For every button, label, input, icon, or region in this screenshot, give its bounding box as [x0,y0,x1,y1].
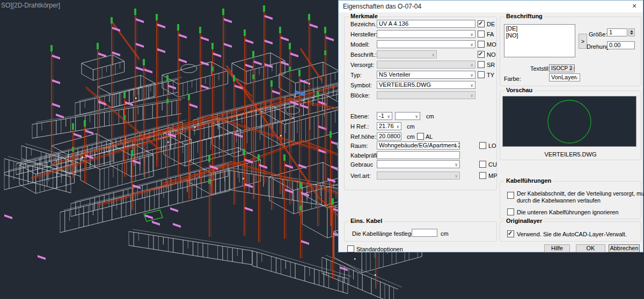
preview-drawing [503,96,636,146]
versorgt-label: Versorgt: [350,62,374,68]
farbe-combobox[interactable]: VonLayer [549,73,580,81]
gebrauc-combobox[interactable] [377,160,460,168]
properties-dialog: Eigenschaften das O-07-04 × Merkmale Bez… [338,0,643,252]
kabellaenge-input[interactable] [412,229,437,237]
listbox-item-de[interactable]: [DE] [506,25,573,32]
kabelabschnitt-checkbox-label-line1: Der Kabelabschnitt, der die Verteilung v… [517,190,639,197]
refhoehe-label: Ref.höhe: [350,133,376,140]
untere-kabelfuehrungen-checkbox[interactable] [507,208,514,215]
al-checkbox-label: AL [426,133,433,140]
ty-checkbox-label: TY [487,72,494,78]
cu-checkbox[interactable] [479,161,486,168]
modell-label: Modell: [350,41,369,48]
refhoehe-unit-label: cm [407,133,415,140]
beschriftung-listbox[interactable]: [DE] [NO] [504,24,575,57]
dialog-titlebar[interactable]: Eigenschaften das O-07-04 × [339,1,643,12]
standardoptionen-label: Standardoptionen [356,246,403,252]
beschrift-label: Beschrift.: [350,51,377,58]
href-combobox[interactable]: 21.76 [377,122,401,130]
verlart-label: Verl.art: [350,173,371,179]
raum-label: Raum: [350,143,368,149]
bloecke-label: Blöcke: [350,92,370,99]
spinner-up-icon[interactable] [630,30,633,32]
ebene-cm-combobox[interactable] [395,112,420,120]
versorgt-combobox[interactable] [377,61,475,69]
kabelabschnitt-checkbox[interactable] [507,192,514,199]
group-vorschau-title: Vorschau [504,87,534,93]
raum-combobox[interactable]: Wohngebäude/EG/Apartment 26/W [377,141,460,150]
transfer-arrow-button[interactable]: > [579,34,587,49]
abbrechen-button[interactable]: Abbrechen [609,244,640,252]
fa-checkbox-label: FA [487,31,494,38]
href-unit-label: cm [407,123,415,130]
href-label: H Ref.: [350,123,369,130]
de-checkbox-label: DE [487,21,495,27]
al-checkbox[interactable] [417,133,424,140]
symbol-combobox[interactable]: VERTEILER5.DWG [377,81,475,89]
farbe-label: Farbe: [504,76,521,82]
beschrift-combobox[interactable] [377,50,437,58]
no-checkbox[interactable] [478,51,485,58]
no-checkbox-label: NO [487,51,496,58]
untere-kabelfuehrungen-checkbox-label: Die unteren Kabelführungen ignorieren [517,209,619,215]
groesse-spinner[interactable] [628,28,635,36]
typ-label: Typ: [350,72,362,78]
bezeichn-label: Bezeichn.: [350,21,378,27]
symbol-label: Symbol: [350,82,372,88]
kabelabschnitt-checkbox-label-line2: durch die Kabelwannen verlaufen [517,197,639,204]
ebene-unit-label: cm [426,113,434,119]
de-checkbox[interactable] [478,20,485,27]
close-icon[interactable]: × [629,1,640,11]
mo-checkbox[interactable] [478,41,485,48]
fa-checkbox[interactable] [478,31,485,38]
mo-checkbox-label: MO [487,41,496,48]
lo-checkbox-label: LO [488,143,496,149]
cu-checkbox-label: CU [488,161,497,168]
cad-application-window: SO][2D-Drahtkörper] Eigenschaften das O-… [0,0,644,299]
gebrauc-label: Gebrauc [350,161,373,168]
preview-circle [548,100,591,143]
modell-combobox[interactable] [377,40,475,48]
bezeichn-input[interactable]: UV A 4.136 [377,20,475,28]
sr-checkbox[interactable] [478,61,485,68]
textstil-label: Textstil: [530,65,550,72]
mp-checkbox[interactable] [479,172,486,179]
symbol-preview-panel [502,96,636,147]
ok-button[interactable]: OK [576,244,605,252]
hilfe-button[interactable]: Hilfe [544,244,570,252]
group-eins-kabel-title: Eins. Kabel [349,218,384,224]
ebene-combobox[interactable]: -1 [377,112,392,120]
preview-caption: VERTEILER5.DWG [500,151,641,158]
listbox-item-no[interactable]: [NO] [506,32,573,39]
autocad-layer-checkbox-label: Verwend. Sie die AutoCAD-Layer-Verwalt. [517,231,627,237]
group-beschriftung-title: Beschriftung [504,13,544,19]
group-originallayer-title: Originallayer [504,218,544,224]
groesse-label: Größe: [589,31,607,38]
hersteller-combobox[interactable] [377,30,475,38]
group-merkmale-title: Merkmale [349,13,379,19]
ty-checkbox[interactable] [478,71,485,78]
viewport-viewcube-label[interactable]: SO][2D-Drahtkörper] [1,2,60,9]
bloecke-combobox[interactable] [377,91,475,99]
drehung-input[interactable]: 0.00 [607,41,635,49]
kabelpraefix-input[interactable] [377,151,460,159]
refhoehe-input[interactable]: 20.0800 [377,132,401,140]
typ-combobox[interactable]: NS Verteiler [377,71,475,79]
sr-checkbox-label: SR [487,62,495,68]
spinner-down-icon[interactable] [630,33,633,35]
verlart-combobox[interactable] [377,171,460,180]
lo-checkbox[interactable] [479,142,486,149]
autocad-layer-checkbox[interactable] [507,230,514,237]
dialog-title: Eigenschaften das O-07-04 [343,3,421,10]
standardoptionen-checkbox[interactable] [347,245,354,252]
group-kabelfuehrungen-title: Kabelführungen [504,177,553,184]
groesse-input[interactable]: 1 [607,28,627,36]
kabellaenge-label: Die Kabellänge festlegen: [352,230,419,237]
kabellaenge-unit-label: cm [441,230,449,237]
mp-checkbox-label: MP [488,173,497,179]
ebene-label: Ebene: [350,113,369,119]
textstil-combobox[interactable]: ISOCP 2.0 [549,64,575,72]
hersteller-label: Hersteller: [350,31,377,38]
